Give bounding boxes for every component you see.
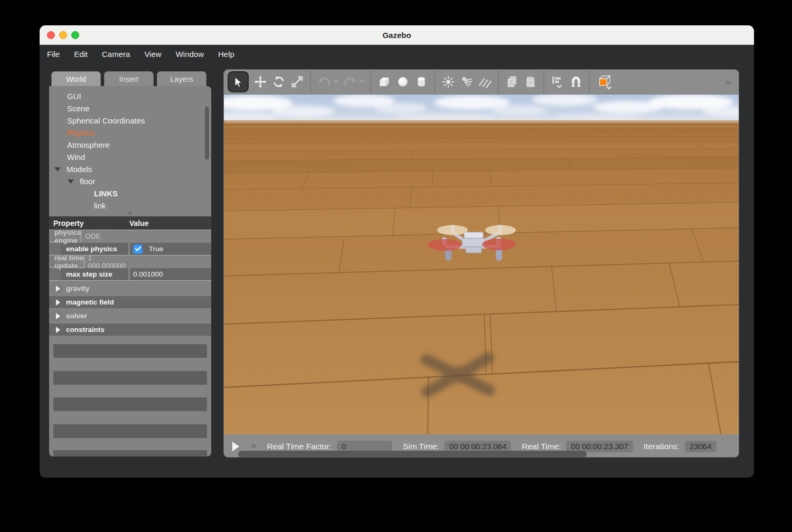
toolbar-overflow-button[interactable]: »: [725, 75, 731, 88]
menu-view[interactable]: View: [144, 50, 168, 59]
insert-box-button[interactable]: [375, 72, 393, 91]
tree-item-models[interactable]: Models: [49, 163, 204, 175]
undo-button[interactable]: [315, 72, 333, 91]
play-button[interactable]: [232, 442, 239, 451]
scale-arrows-icon: [290, 75, 304, 89]
empty-row-stripe: [53, 397, 207, 411]
property-group-constraints[interactable]: constraints: [49, 324, 211, 336]
viewport-3d[interactable]: [224, 94, 739, 434]
move-arrows-icon: [253, 75, 267, 89]
real-time-label: Real Time:: [522, 442, 561, 451]
box-shape-icon: [378, 75, 391, 89]
tree-item-physics[interactable]: Physics: [49, 127, 204, 139]
insert-sphere-button[interactable]: [393, 72, 412, 91]
expand-arrow-icon[interactable]: [56, 299, 60, 306]
spot-light-icon: [460, 75, 474, 89]
panel-tabs: World Insert Layers: [49, 71, 211, 86]
undo-arrow-icon: [317, 75, 332, 88]
expand-arrow-icon[interactable]: [56, 327, 60, 333]
redo-arrow-icon: [343, 75, 357, 88]
collapse-arrow-icon[interactable]: [68, 179, 74, 184]
spot-light-button[interactable]: [457, 72, 476, 91]
menu-camera[interactable]: Camera: [102, 50, 137, 59]
directional-light-button[interactable]: [476, 72, 494, 91]
rotate-tool-button[interactable]: [269, 72, 288, 91]
redo-button[interactable]: [341, 72, 359, 91]
align-button[interactable]: [548, 72, 567, 91]
tree-item-link[interactable]: link: [49, 200, 204, 212]
directional-light-icon: [478, 75, 493, 89]
tree-item-links[interactable]: LINKS: [49, 187, 204, 200]
screenshot-stage: Gazebo File Edit Camera View Window Help…: [0, 0, 792, 532]
tree-item-gui[interactable]: GUI: [49, 90, 204, 102]
collapse-arrow-icon[interactable]: [54, 167, 61, 172]
property-row-real-time-update[interactable]: real time update... 1 000.000000: [49, 255, 56, 268]
tab-insert[interactable]: Insert: [104, 71, 154, 86]
property-table-header: Property Value: [49, 216, 211, 230]
real-time-factor-label: Real Time Factor:: [267, 442, 332, 451]
menu-edit[interactable]: Edit: [74, 50, 95, 59]
paste-icon: [524, 75, 538, 89]
scale-tool-button[interactable]: [288, 72, 306, 91]
sphere-shape-icon: [396, 75, 410, 89]
property-row-max-step-size[interactable]: max step size 0.001000: [49, 268, 211, 281]
property-group-gravity[interactable]: gravity: [49, 282, 63, 294]
simulation-statusbar: » Real Time Factor: 0 Sim Time: 00 00:00…: [224, 434, 739, 458]
view-angle-button[interactable]: [593, 72, 618, 91]
empty-row-stripe: [53, 450, 207, 457]
tree-item-scene[interactable]: Scene: [49, 102, 204, 115]
property-group-solver[interactable]: solver: [49, 310, 63, 322]
menubar: File Edit Camera View Window Help: [40, 45, 754, 63]
tree-item-wind[interactable]: Wind: [49, 151, 204, 163]
select-tool-button[interactable]: [228, 71, 249, 92]
toolbar-separator: [434, 71, 435, 92]
tab-layers[interactable]: Layers: [157, 71, 206, 86]
left-panel: World Insert Layers GUI Scene Spherical …: [49, 71, 211, 457]
checkmark-icon: [135, 246, 141, 251]
window-title: Gazebo: [40, 31, 754, 40]
render-viewport: »: [223, 69, 739, 458]
expand-arrow-icon[interactable]: [56, 313, 60, 319]
menu-file[interactable]: File: [47, 50, 67, 59]
panel-splitter-handle[interactable]: [128, 211, 132, 215]
world-panel-body: GUI Scene Spherical Coordinates Physics …: [49, 86, 211, 457]
enable-physics-checkbox[interactable]: [133, 244, 143, 254]
expand-arrow-icon[interactable]: [56, 286, 60, 292]
iterations-label: Iterations:: [644, 442, 680, 451]
toolbar-separator: [370, 71, 371, 92]
rotate-arrows-icon: [272, 75, 286, 89]
copy-button[interactable]: [503, 72, 521, 91]
empty-row-stripe: [53, 424, 207, 438]
paste-button[interactable]: [521, 72, 540, 91]
translate-tool-button[interactable]: [251, 72, 269, 91]
sim-time-label: Sim Time:: [403, 442, 439, 451]
toolbar-separator: [589, 71, 590, 92]
tree-scrollbar[interactable]: [205, 107, 209, 159]
empty-row-stripe: [53, 344, 207, 358]
menu-help[interactable]: Help: [218, 50, 242, 59]
tree-item-spherical-coordinates[interactable]: Spherical Coordinates: [49, 115, 204, 127]
undo-history-dropdown[interactable]: [333, 80, 338, 83]
insert-cylinder-button[interactable]: [412, 72, 430, 91]
expand-time-panel-button[interactable]: »: [251, 440, 257, 451]
tab-world[interactable]: World: [51, 71, 101, 86]
viewport-toolbar: »: [224, 70, 739, 94]
empty-row-stripe: [53, 371, 207, 385]
scene-3d: [224, 94, 739, 434]
property-row-physics-engine[interactable]: physics engine ODE: [49, 230, 56, 243]
menu-window[interactable]: Window: [176, 50, 211, 59]
align-icon: [550, 74, 565, 89]
copy-icon: [505, 75, 519, 89]
gazebo-window: Gazebo File Edit Camera View Window Help…: [40, 25, 754, 478]
snap-button[interactable]: [567, 72, 585, 91]
redo-history-dropdown[interactable]: [359, 80, 364, 83]
toolbar-separator: [310, 71, 311, 92]
property-group-magnetic-field[interactable]: magnetic field: [49, 296, 211, 308]
horizon-haze: [224, 119, 739, 123]
tree-item-atmosphere[interactable]: Atmosphere: [49, 139, 204, 151]
view-cube-icon: [597, 73, 615, 90]
statusbar-scrollbar[interactable]: [238, 451, 587, 458]
iterations-value[interactable]: 23064: [685, 441, 716, 452]
tree-item-floor[interactable]: floor: [49, 175, 204, 187]
point-light-button[interactable]: [439, 72, 457, 91]
